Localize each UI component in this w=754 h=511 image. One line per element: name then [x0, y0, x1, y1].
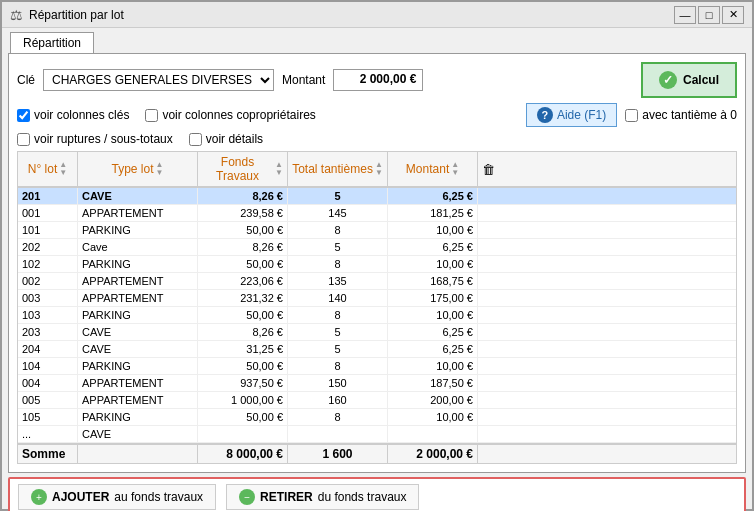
td-montant: 10,00 € — [388, 307, 478, 323]
td-montant: 175,00 € — [388, 290, 478, 306]
td-tantieme: 140 — [288, 290, 388, 306]
td-montant — [388, 426, 478, 442]
td-montant: 6,25 € — [388, 188, 478, 204]
montant-value: 2 000,00 € — [333, 69, 423, 91]
cle-row: Clé CHARGES GENERALES DIVERSES Montant 2… — [17, 62, 737, 98]
calcul-icon: ✓ — [659, 71, 677, 89]
cle-select[interactable]: CHARGES GENERALES DIVERSES — [43, 69, 274, 91]
th-montant: Montant ▲▼ — [388, 152, 478, 186]
aide-button[interactable]: ? Aide (F1) — [526, 103, 617, 127]
td-type: APPARTEMENT — [78, 205, 198, 221]
td-lot: 004 — [18, 375, 78, 391]
voir-ruptures-check[interactable]: voir ruptures / sous-totaux — [17, 132, 173, 146]
voir-details-label: voir détails — [206, 132, 263, 146]
td-tantieme: 8 — [288, 222, 388, 238]
td-montant: 10,00 € — [388, 256, 478, 272]
th-lot: N° lot ▲▼ — [18, 152, 78, 186]
cle-label: Clé — [17, 73, 35, 87]
td-montant: 181,25 € — [388, 205, 478, 221]
td-montant: 6,25 € — [388, 324, 478, 340]
td-lot: 002 — [18, 273, 78, 289]
td-lot: 104 — [18, 358, 78, 374]
table-row[interactable]: 102 PARKING 50,00 € 8 10,00 € — [18, 256, 736, 273]
table-row[interactable]: 104 PARKING 50,00 € 8 10,00 € — [18, 358, 736, 375]
voir-colonnes-cles-label: voir colonnes clés — [34, 108, 129, 122]
montant-label: Montant — [282, 73, 325, 87]
td-type: CAVE — [78, 324, 198, 340]
table-header: N° lot ▲▼ Type lot ▲▼ Fonds Travaux ▲▼ T… — [18, 152, 736, 188]
td-type: PARKING — [78, 256, 198, 272]
table-row[interactable]: 202 Cave 8,26 € 5 6,25 € — [18, 239, 736, 256]
retirer-button[interactable]: − RETIRER du fonds travaux — [226, 484, 419, 510]
close-window-button[interactable]: ✕ — [722, 6, 744, 24]
sort-icon-lot: ▲▼ — [59, 161, 67, 177]
calcul-button[interactable]: ✓ Calcul — [641, 62, 737, 98]
th-fonds: Fonds Travaux ▲▼ — [198, 152, 288, 186]
voir-ruptures-label: voir ruptures / sous-totaux — [34, 132, 173, 146]
main-window: ⚖ Répartition par lot — □ ✕ Répartition … — [0, 0, 754, 511]
td-type: CAVE — [78, 341, 198, 357]
window-icon: ⚖ — [10, 7, 23, 23]
table-row[interactable]: 002 APPARTEMENT 223,06 € 135 168,75 € — [18, 273, 736, 290]
data-table: N° lot ▲▼ Type lot ▲▼ Fonds Travaux ▲▼ T… — [17, 151, 737, 464]
td-type: APPARTEMENT — [78, 392, 198, 408]
td-tantieme — [288, 426, 388, 442]
checkbox-row-2: voir ruptures / sous-totaux voir détails — [17, 132, 737, 146]
retirer-icon: − — [239, 489, 255, 505]
aide-icon: ? — [537, 107, 553, 123]
ajouter-button[interactable]: + AJOUTER au fonds travaux — [18, 484, 216, 510]
table-row[interactable]: 101 PARKING 50,00 € 8 10,00 € — [18, 222, 736, 239]
td-fonds: 31,25 € — [198, 341, 288, 357]
td-fonds: 8,26 € — [198, 188, 288, 204]
table-row[interactable]: 003 APPARTEMENT 231,32 € 140 175,00 € — [18, 290, 736, 307]
td-tantieme: 135 — [288, 273, 388, 289]
sort-icon-montant: ▲▼ — [451, 161, 459, 177]
table-row[interactable]: 203 CAVE 8,26 € 5 6,25 € — [18, 324, 736, 341]
td-fonds: 223,06 € — [198, 273, 288, 289]
td-tantieme: 5 — [288, 239, 388, 255]
td-type: PARKING — [78, 222, 198, 238]
voir-colonnes-cles-check[interactable]: voir colonnes clés — [17, 108, 129, 122]
td-type: PARKING — [78, 307, 198, 323]
avec-tantieme-check[interactable]: avec tantième à 0 — [625, 108, 737, 122]
td-montant: 6,25 € — [388, 341, 478, 357]
td-montant: 10,00 € — [388, 358, 478, 374]
td-fonds: 50,00 € — [198, 222, 288, 238]
th-tantieme: Total tantièmes ▲▼ — [288, 152, 388, 186]
tab-repartition-label: Répartition — [23, 36, 81, 50]
somme-montant: 2 000,00 € — [388, 445, 478, 463]
tab-repartition[interactable]: Répartition — [10, 32, 94, 53]
trash-icon: 🗑 — [482, 162, 495, 177]
td-lot: 105 — [18, 409, 78, 425]
th-trash: 🗑 — [478, 152, 498, 186]
td-montant: 10,00 € — [388, 222, 478, 238]
table-row[interactable]: 105 PARKING 50,00 € 8 10,00 € — [18, 409, 736, 426]
table-row[interactable]: 201 CAVE 8,26 € 5 6,25 € — [18, 188, 736, 205]
checkbox-row-1: voir colonnes clés voir colonnes copropr… — [17, 108, 316, 122]
td-tantieme: 150 — [288, 375, 388, 391]
minimize-button[interactable]: — — [674, 6, 696, 24]
table-row[interactable]: 005 APPARTEMENT 1 000,00 € 160 200,00 € — [18, 392, 736, 409]
table-row[interactable]: 204 CAVE 31,25 € 5 6,25 € — [18, 341, 736, 358]
td-tantieme: 8 — [288, 307, 388, 323]
td-montant: 6,25 € — [388, 239, 478, 255]
td-tantieme: 5 — [288, 341, 388, 357]
voir-details-check[interactable]: voir détails — [189, 132, 263, 146]
td-fonds: 50,00 € — [198, 307, 288, 323]
main-content: Clé CHARGES GENERALES DIVERSES Montant 2… — [8, 53, 746, 473]
maximize-button[interactable]: □ — [698, 6, 720, 24]
td-fonds: 50,00 € — [198, 409, 288, 425]
retirer-bold-label: RETIRER — [260, 490, 313, 504]
voir-colonnes-copro-check[interactable]: voir colonnes copropriétaires — [145, 108, 315, 122]
table-row[interactable]: 004 APPARTEMENT 937,50 € 150 187,50 € — [18, 375, 736, 392]
tab-bar: Répartition — [2, 28, 752, 53]
table-row[interactable]: ... CAVE — [18, 426, 736, 443]
td-tantieme: 5 — [288, 188, 388, 204]
th-type: Type lot ▲▼ — [78, 152, 198, 186]
table-row[interactable]: 001 APPARTEMENT 239,58 € 145 181,25 € — [18, 205, 736, 222]
td-lot: 204 — [18, 341, 78, 357]
sort-icon-fonds: ▲▼ — [275, 161, 283, 177]
table-row[interactable]: 103 PARKING 50,00 € 8 10,00 € — [18, 307, 736, 324]
ajouter-bold-label: AJOUTER — [52, 490, 109, 504]
td-montant: 168,75 € — [388, 273, 478, 289]
